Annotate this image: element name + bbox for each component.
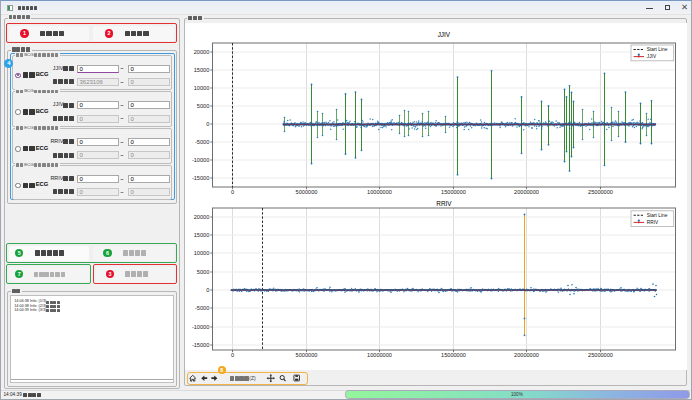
svg-text:0: 0: [231, 189, 234, 195]
svg-text:5000000: 5000000: [296, 189, 318, 195]
svg-text:15000000: 15000000: [441, 352, 466, 358]
svg-text:-10000: -10000: [192, 156, 209, 162]
svg-text:0: 0: [206, 120, 209, 126]
svg-text:RRIV: RRIV: [647, 220, 659, 225]
svg-text:10000000: 10000000: [367, 352, 392, 358]
svg-text:10000000: 10000000: [367, 189, 392, 195]
svg-text:JJIV: JJIV: [647, 54, 657, 59]
svg-text:20000000: 20000000: [514, 189, 539, 195]
svg-text:15000000: 15000000: [441, 189, 466, 195]
svg-text:20000: 20000: [194, 48, 210, 54]
svg-text:15000: 15000: [194, 66, 210, 72]
svg-text:Start Line: Start Line: [647, 47, 668, 52]
svg-text:-5000: -5000: [195, 138, 209, 144]
svg-text:25000000: 25000000: [588, 189, 613, 195]
svg-text:5000000: 5000000: [296, 352, 318, 358]
svg-text:0: 0: [231, 352, 234, 358]
svg-text:-15000: -15000: [192, 341, 209, 347]
svg-text:25000000: 25000000: [588, 352, 613, 358]
svg-text:-15000: -15000: [192, 174, 209, 180]
svg-text:15000: 15000: [194, 231, 210, 237]
svg-text:5000: 5000: [197, 268, 209, 274]
svg-text:20000000: 20000000: [514, 352, 539, 358]
svg-text:RRIV: RRIV: [436, 199, 452, 206]
svg-text:Start Line: Start Line: [647, 212, 668, 217]
svg-text:0: 0: [206, 286, 209, 292]
svg-text:-5000: -5000: [195, 304, 209, 310]
svg-text:JJIV: JJIV: [438, 31, 451, 38]
svg-text:20000: 20000: [194, 213, 210, 219]
svg-text:10000: 10000: [194, 84, 210, 90]
svg-text:10000: 10000: [194, 249, 210, 255]
svg-text:-10000: -10000: [192, 323, 209, 329]
svg-text:5000: 5000: [197, 102, 209, 108]
